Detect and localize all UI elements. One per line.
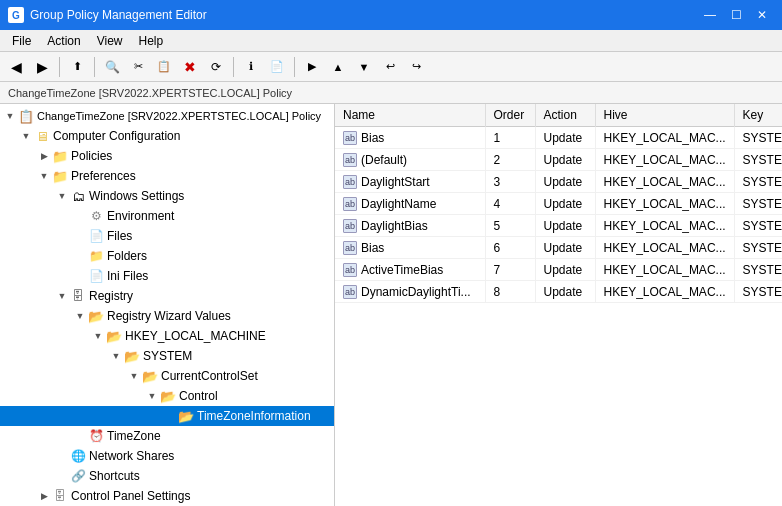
cell-hive: HKEY_LOCAL_MAC... xyxy=(595,149,734,171)
toolbar-play[interactable]: ▶ xyxy=(300,55,324,79)
menu-help[interactable]: Help xyxy=(131,32,172,50)
cell-order: 6 xyxy=(485,237,535,259)
table-row[interactable]: abBias1UpdateHKEY_LOCAL_MAC...SYSTEM xyxy=(335,127,782,149)
table-row[interactable]: abBias6UpdateHKEY_LOCAL_MAC...SYSTEM xyxy=(335,237,782,259)
hklm-label: HKEY_LOCAL_MACHINE xyxy=(125,329,266,343)
fold-label: Folders xyxy=(107,249,147,263)
toolbar-back[interactable]: ◀ xyxy=(4,55,28,79)
hklm-arrow: ▼ xyxy=(90,331,106,341)
tree-timezone[interactable]: ▶ ⏰ TimeZone xyxy=(0,426,334,446)
tree-control-panel[interactable]: ▶ 🗄 Control Panel Settings xyxy=(0,486,334,506)
tree-root[interactable]: ▼ 📋 ChangeTimeZone [SRV2022.XPERTSTEC.LO… xyxy=(0,106,334,126)
toolbar-up[interactable]: ⬆ xyxy=(65,55,89,79)
close-button[interactable]: ✕ xyxy=(750,5,774,25)
tree-registry-wizard[interactable]: ▼ 📂 Registry Wizard Values xyxy=(0,306,334,326)
ini-label: Ini Files xyxy=(107,269,148,283)
col-hive[interactable]: Hive xyxy=(595,104,734,127)
table-row[interactable]: abDaylightBias5UpdateHKEY_LOCAL_MAC...SY… xyxy=(335,215,782,237)
root-label: ChangeTimeZone [SRV2022.XPERTSTEC.LOCAL]… xyxy=(37,110,321,122)
tree-windows-settings[interactable]: ▼ 🗂 Windows Settings xyxy=(0,186,334,206)
tree-ini-files[interactable]: ▶ 📄 Ini Files xyxy=(0,266,334,286)
menu-file[interactable]: File xyxy=(4,32,39,50)
cell-name: abDynamicDaylightTi... xyxy=(335,281,485,303)
tree-system[interactable]: ▼ 📂 SYSTEM xyxy=(0,346,334,366)
toolbar-copy[interactable]: 📋 xyxy=(152,55,176,79)
toolbar-info[interactable]: ℹ xyxy=(239,55,263,79)
toolbar: ◀ ▶ ⬆ 🔍 ✂ 📋 ✖ ⟳ ℹ 📄 ▶ ▲ ▼ ↩ ↪ xyxy=(0,52,782,82)
title-bar: G Group Policy Management Editor — ☐ ✕ xyxy=(0,0,782,30)
tree-control[interactable]: ▼ 📂 Control xyxy=(0,386,334,406)
env-label: Environment xyxy=(107,209,174,223)
tree-shortcuts[interactable]: ▶ 🔗 Shortcuts xyxy=(0,466,334,486)
tree-policies[interactable]: ▶ 📁 Policies xyxy=(0,146,334,166)
toolbar-forward[interactable]: ▶ xyxy=(30,55,54,79)
sys-label: SYSTEM xyxy=(143,349,192,363)
cell-action: Update xyxy=(535,281,595,303)
cp-label: Control Panel Settings xyxy=(71,489,190,503)
tree-registry[interactable]: ▼ 🗄 Registry xyxy=(0,286,334,306)
minimize-button[interactable]: — xyxy=(698,5,722,25)
ctrl-label: Control xyxy=(179,389,218,403)
tree-preferences[interactable]: ▼ 📁 Preferences xyxy=(0,166,334,186)
title-bar-controls: — ☐ ✕ xyxy=(698,5,774,25)
cell-action: Update xyxy=(535,193,595,215)
col-order[interactable]: Order xyxy=(485,104,535,127)
menu-view[interactable]: View xyxy=(89,32,131,50)
toolbar-sep-2 xyxy=(94,57,95,77)
reg-entry-icon: ab xyxy=(343,219,357,233)
cell-action: Update xyxy=(535,149,595,171)
right-panel: Name Order Action Hive Key abBias1Update… xyxy=(335,104,782,506)
pol-icon: 📁 xyxy=(52,148,68,164)
tree-folders[interactable]: ▶ 📁 Folders xyxy=(0,246,334,266)
toolbar-move-up[interactable]: ▲ xyxy=(326,55,350,79)
toolbar-move-down[interactable]: ▼ xyxy=(352,55,376,79)
table-row[interactable]: abDaylightName4UpdateHKEY_LOCAL_MAC...SY… xyxy=(335,193,782,215)
rw-icon: 📂 xyxy=(88,308,104,324)
rw-label: Registry Wizard Values xyxy=(107,309,231,323)
pol-label: Policies xyxy=(71,149,112,163)
cell-name: abBias xyxy=(335,237,485,259)
tree-files[interactable]: ▶ 📄 Files xyxy=(0,226,334,246)
reg-entry-icon: ab xyxy=(343,241,357,255)
toolbar-cut[interactable]: ✂ xyxy=(126,55,150,79)
cell-key: SYSTEM xyxy=(734,281,782,303)
pref-icon: 📁 xyxy=(52,168,68,184)
ccs-label: CurrentControlSet xyxy=(161,369,258,383)
files-icon: 📄 xyxy=(88,228,104,244)
reg-entry-icon: ab xyxy=(343,197,357,211)
table-row[interactable]: abActiveTimeBias7UpdateHKEY_LOCAL_MAC...… xyxy=(335,259,782,281)
reg-entry-icon: ab xyxy=(343,175,357,189)
tree-tzinfo[interactable]: ▶ 📂 TimeZoneInformation xyxy=(0,406,334,426)
col-name[interactable]: Name xyxy=(335,104,485,127)
toolbar-delete[interactable]: ✖ xyxy=(178,55,202,79)
tree-ccs[interactable]: ▼ 📂 CurrentControlSet xyxy=(0,366,334,386)
ccs-icon: 📂 xyxy=(142,368,158,384)
toolbar-undo[interactable]: ↩ xyxy=(378,55,402,79)
toolbar-export[interactable]: 📄 xyxy=(265,55,289,79)
cp-arrow: ▶ xyxy=(36,491,52,501)
tree-computer-config[interactable]: ▼ 🖥 Computer Configuration xyxy=(0,126,334,146)
cell-hive: HKEY_LOCAL_MAC... xyxy=(595,171,734,193)
table-row[interactable]: abDynamicDaylightTi...8UpdateHKEY_LOCAL_… xyxy=(335,281,782,303)
toolbar-refresh[interactable]: ⟳ xyxy=(204,55,228,79)
tree-hklm[interactable]: ▼ 📂 HKEY_LOCAL_MACHINE xyxy=(0,326,334,346)
table-row[interactable]: abDaylightStart3UpdateHKEY_LOCAL_MAC...S… xyxy=(335,171,782,193)
menu-action[interactable]: Action xyxy=(39,32,88,50)
root-arrow: ▼ xyxy=(2,111,18,121)
maximize-button[interactable]: ☐ xyxy=(724,5,748,25)
toolbar-search[interactable]: 🔍 xyxy=(100,55,124,79)
col-action[interactable]: Action xyxy=(535,104,595,127)
cell-hive: HKEY_LOCAL_MAC... xyxy=(595,193,734,215)
env-icon: ⚙ xyxy=(88,208,104,224)
tree-network-shares[interactable]: ▶ 🌐 Network Shares xyxy=(0,446,334,466)
cell-key: SYSTEM xyxy=(734,215,782,237)
toolbar-redo[interactable]: ↪ xyxy=(404,55,428,79)
ws-label: Windows Settings xyxy=(89,189,184,203)
col-key[interactable]: Key xyxy=(734,104,782,127)
cell-name: abDaylightName xyxy=(335,193,485,215)
cell-name: abDaylightBias xyxy=(335,215,485,237)
reg-icon: 🗄 xyxy=(70,288,86,304)
table-row[interactable]: ab(Default)2UpdateHKEY_LOCAL_MAC...SYSTE… xyxy=(335,149,782,171)
sc-icon: 🔗 xyxy=(70,468,86,484)
tree-environment[interactable]: ▶ ⚙ Environment xyxy=(0,206,334,226)
